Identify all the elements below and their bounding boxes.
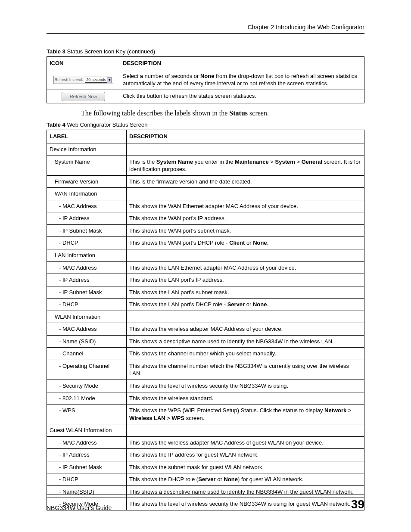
chapter-header: Chapter 2 Introducing the Web Configurat… (47, 24, 364, 34)
refresh-now-button: Refresh Now (62, 92, 106, 102)
table-row: - IP AddressThis shows the LAN port's IP… (47, 274, 364, 286)
table-row: - WPS This shows the WPS (WiFi Protected… (47, 404, 364, 424)
table-row: - MAC AddressThis shows the LAN Ethernet… (47, 261, 364, 274)
refresh-interval-value: 20 seconds (85, 77, 107, 83)
table-row: - IP AddressThis shows the WAN port's IP… (47, 212, 364, 225)
page: Chapter 2 Introducing the Web Configurat… (0, 0, 411, 532)
table-row: WLAN Information (47, 311, 364, 323)
table3-row2-desc: Click this button to refresh the status … (120, 90, 364, 103)
table-row: LABEL DESCRIPTION (47, 130, 364, 143)
table-row: - DHCP This shows the WAN port's DHCP ro… (47, 237, 364, 249)
table-row: - Security ModeThis shows the level of w… (47, 380, 364, 392)
table3-caption-prefix: Table 3 (47, 48, 65, 55)
table3: ICON DESCRIPTION Refresh Interval: 20 se… (47, 56, 364, 103)
table-row: - ChannelThis shows the channel number w… (47, 348, 364, 360)
footer: NBG334W User's Guide 39 (47, 495, 364, 511)
table-row: - Operating ChannelThis shows the channe… (47, 360, 364, 380)
table-row: - IP AddressThis shows the IP address fo… (47, 449, 364, 461)
table-row: - DHCP This shows the DHCP role (Server … (47, 473, 364, 486)
table-row: - IP Subnet MaskThis shows the LAN port'… (47, 286, 364, 299)
intro-line: The following table describes the labels… (81, 109, 364, 117)
table-row: Firmware VersionThis is the firmware ver… (47, 175, 364, 188)
table-row: Device Information (47, 143, 364, 156)
chevron-down-icon: ▼ (107, 78, 112, 83)
refresh-now-cell: Refresh Now (47, 90, 120, 103)
table4-caption: Table 4 Web Configurator Status Screen (47, 121, 364, 128)
refresh-interval-label: Refresh Interval: (55, 78, 83, 82)
table-row: - Name (SSID)This shows a descriptive na… (47, 335, 364, 348)
page-number: 39 (351, 498, 364, 511)
table-row: ICON DESCRIPTION (47, 57, 364, 70)
refresh-interval-cell: Refresh Interval: 20 seconds▼ (47, 70, 120, 90)
table-row: - IP Subnet MaskThis shows the WAN port'… (47, 224, 364, 237)
table-row: Refresh Interval: 20 seconds▼ Select a n… (47, 70, 364, 90)
refresh-interval-widget: Refresh Interval: 20 seconds▼ (53, 76, 114, 84)
table-row: - IP Subnet MaskThis shows the subnet ma… (47, 461, 364, 473)
table-row: - DHCP This shows the LAN port's DHCP ro… (47, 299, 364, 311)
footer-guide-name: NBG334W User's Guide (47, 504, 112, 511)
table3-caption-body: Status Screen Icon Key (continued) (65, 48, 155, 55)
table3-head-desc: DESCRIPTION (120, 57, 364, 70)
table-row: - MAC AddressThis shows the WAN Ethernet… (47, 200, 364, 212)
table-row: Refresh Now Click this button to refresh… (47, 90, 364, 103)
table-row: - MAC AddressThis shows the wireless ada… (47, 323, 364, 336)
table4-head-label: LABEL (47, 130, 127, 143)
table4-caption-body: Web Configurator Status Screen (65, 121, 148, 128)
table-row: LAN Information (47, 249, 364, 261)
table4-head-desc: DESCRIPTION (127, 130, 364, 143)
table-row: - 802.11 ModeThis shows the wireless sta… (47, 392, 364, 404)
table3-head-icon: ICON (47, 57, 120, 70)
table4-caption-prefix: Table 4 (47, 121, 65, 128)
table-row: WAN Information (47, 188, 364, 200)
table-row: System Name This is the System Name you … (47, 156, 364, 175)
table3-row1-desc: Select a number of seconds or None from … (120, 70, 364, 90)
table3-caption: Table 3 Status Screen Icon Key (continue… (47, 48, 364, 55)
table4: LABEL DESCRIPTION Device Information Sys… (47, 130, 364, 510)
table-row: Guest WLAN Information (47, 424, 364, 437)
table-row: - MAC AddressThis shows the wireless ada… (47, 436, 364, 449)
